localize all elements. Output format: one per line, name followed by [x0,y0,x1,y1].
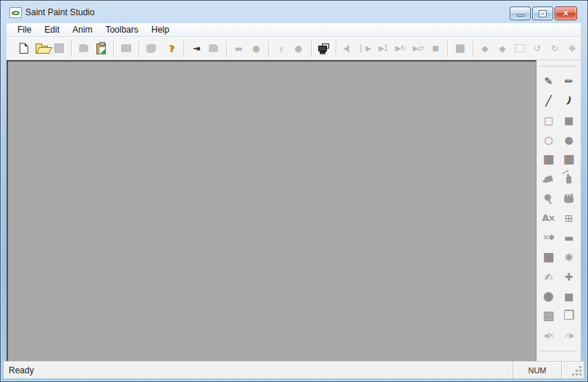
erase-icon: ✕✽ [543,234,554,241]
fit-frame-button[interactable]: ⇥ [189,40,204,57]
ellipse-outline-tool[interactable]: ○ [539,130,558,149]
status-end-panel [562,362,584,378]
rounded-select-tool[interactable]: ■ [539,248,558,266]
roundrect-tool[interactable]: ■ [539,150,558,168]
paste-button[interactable] [93,40,109,57]
blob-select-tool[interactable]: ● [539,287,558,305]
previous-frame-button: ◀▏ [340,40,356,57]
next-frame-icon: ▏▶ [361,45,370,52]
animation-frames-button[interactable] [315,40,331,57]
rotate-left-icon: ↺ [534,44,541,53]
resize-grip[interactable] [573,367,582,376]
rectangle-filled-tool[interactable]: ■ [560,111,579,129]
maximize-button[interactable] [532,7,553,20]
paste-image-tool[interactable]: ⊞ [560,209,579,227]
flower-pattern-icon: ❋ [565,252,573,262]
previous-frame-icon: ◀▏ [344,45,353,52]
filled-square-icon: ■ [542,153,554,165]
menu-edit[interactable]: Edit [38,23,66,36]
dither-tool[interactable]: ▩ [539,307,558,325]
new-document-icon [20,43,28,54]
menu-bar: FileEditAnimToolbarsHelp [7,23,581,37]
marker-icon: ✏ [565,76,573,86]
text-tool[interactable]: A× [539,209,558,227]
cancel-arrow-icon: ◀✕ [543,332,553,339]
move-tool[interactable]: ✚ [560,267,579,286]
minimize-button[interactable] [510,7,531,20]
window-title: Saint Paint Studio [25,7,94,17]
curve-tool[interactable]: ) [560,91,579,109]
new-button[interactable] [16,40,32,57]
flood-fill-tool[interactable] [539,170,558,188]
play-loop-button: ▶↻ [392,40,408,57]
acquire-icon [146,44,156,53]
close-button[interactable]: ✕ [555,7,577,20]
film-frames-icon [317,43,329,54]
save-icon [54,43,64,53]
square-select-tool[interactable]: ■ [560,287,579,305]
dot-mode-button: ● [291,40,307,57]
rotate-right-button: ↻ [547,40,563,57]
resize-icon: ✥ [568,44,576,53]
main-area: ✎✏╱)□■○●■■A×⊞✕✽▬■❋✍✚●■▩❐◀✕✓▶ [7,60,581,361]
app-icon [9,7,22,18]
ellipse-filled-tool[interactable]: ● [560,130,579,149]
hand-icon [564,196,573,203]
tool-palette: ✎✏╱)□■○●■■A×⊞✕✽▬■❋✍✚●■▩❐◀✕✓▶ [537,60,581,361]
freehand-tool[interactable]: ✍ [539,267,558,286]
brush-icon: y [279,45,283,52]
color-picker-tool[interactable] [539,189,558,207]
line-tool[interactable]: ╱ [539,91,558,109]
pan-tool[interactable] [560,189,579,207]
gradient-tool[interactable]: ▬ [560,228,579,246]
curve-icon: ) [566,95,573,105]
rectangle-outline-tool[interactable]: □ [539,111,558,129]
apply-arrow-icon: ✓▶ [563,332,573,339]
window-controls: ✕ [510,7,577,20]
status-bar: Ready NUM [4,361,584,378]
effects-tool[interactable]: ❋ [560,248,579,266]
spray-can-icon [566,176,571,183]
titlebar[interactable]: Saint Paint Studio ✕ [1,1,587,23]
crop-button [512,40,528,57]
paste-clipboard-icon [96,43,106,54]
status-message: Ready [4,365,513,375]
menu-help[interactable]: Help [145,23,176,36]
writing-hand-icon: ✍ [544,272,553,282]
ellipse-outline-icon: ○ [544,135,552,145]
app-window: Saint Paint Studio ✕ FileEditAnimToolbar… [0,0,588,382]
menu-file[interactable]: File [11,23,38,36]
filled-square-icon: ■ [563,153,574,165]
play-pingpong-icon: ▶⇄ [413,45,423,52]
airbrush-tool[interactable] [560,170,579,188]
acquire-button [143,40,159,57]
text-icon: A× [542,214,555,223]
menu-anim[interactable]: Anim [66,23,99,36]
rotate-right-icon: ↻ [551,44,558,53]
line-icon: ╱ [545,96,551,106]
select-rectangle-button: ▬ [231,40,247,57]
open-button[interactable] [33,40,49,57]
pen-icon: ✎ [544,76,553,86]
stop-square-icon: ■ [455,43,465,54]
toolbar-gap [160,48,162,49]
rectangle-icon: ▬ [234,44,242,53]
select-ellipse-button: ● [248,40,264,57]
stop-icon: ■ [432,45,438,52]
play-once-icon: ▶1 [378,45,387,52]
minimize-icon [517,14,524,17]
canvas-workspace [7,60,537,361]
pen-tool[interactable]: ✎ [539,72,558,90]
apply-edit-button: ✓▶ [560,326,579,344]
print-icon [121,44,131,52]
layers-tool[interactable]: ❐ [560,307,579,325]
polygon-fill-tool[interactable]: ■ [560,150,579,168]
halt-button: ■ [452,40,468,57]
help-button[interactable]: ? [163,40,179,57]
palette-divider [540,66,577,67]
picker-icon [544,194,551,201]
menu-toolbars[interactable]: Toolbars [99,23,144,36]
marker-tool[interactable]: ✏ [560,72,579,90]
eraser-tool[interactable]: ✕✽ [539,228,558,246]
rectangle-filled-icon: ■ [564,115,573,125]
